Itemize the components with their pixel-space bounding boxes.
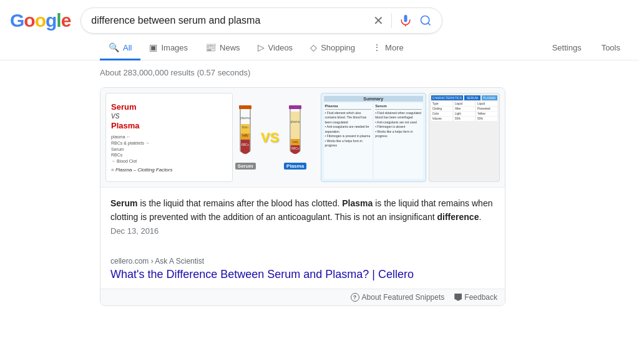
feedback-icon: [454, 294, 462, 301]
feedback-item[interactable]: Feedback: [454, 293, 497, 302]
serum-bold: Serum: [110, 198, 138, 208]
plasma-tube-label: Plasma: [284, 163, 306, 170]
serum-tube: plasma fibrin buffy RBCs Serum: [235, 105, 256, 170]
search-bar: difference between serum and plasma ✕: [80, 7, 442, 34]
svg-text:fibrin: fibrin: [242, 126, 248, 129]
comparison-diagram: CHARACTERISTICS SERUM PLASMA Type Liquid…: [429, 93, 500, 182]
search-nav: 🔍 All ▣ Images 📰 News ▷ Videos ◇ Shoppin…: [0, 36, 639, 60]
svg-rect-13: [291, 112, 300, 139]
svg-text:buffy: buffy: [293, 140, 298, 143]
snippet-source: cellero.com › Ask A Scientist: [100, 252, 505, 268]
snippet-images: Serum VS Plasma plasma ← RBCs & platelet…: [100, 88, 505, 188]
about-snippets-item[interactable]: ? About Featured Snippets: [351, 293, 445, 302]
clear-button[interactable]: ✕: [373, 13, 384, 28]
svg-text:plasma: plasma: [240, 116, 250, 120]
featured-snippet-card: Serum VS Plasma plasma ← RBCs & platelet…: [100, 87, 505, 306]
svg-line-1: [428, 23, 431, 26]
question-icon: ?: [351, 293, 359, 302]
nav-item-all[interactable]: 🔍 All: [100, 36, 140, 60]
snippet-link: What's the Difference Between Serum and …: [100, 268, 505, 289]
snippet-footer: ? About Featured Snippets Feedback: [100, 289, 505, 305]
svg-text:buffy: buffy: [242, 134, 248, 137]
google-logo[interactable]: Google: [10, 10, 71, 31]
news-icon: 📰: [205, 42, 216, 52]
snippet-link-anchor[interactable]: What's the Difference Between Serum and …: [110, 268, 414, 280]
test-tubes-diagram: plasma fibrin buffy RBCs Serum VS: [235, 93, 318, 182]
subtitle: = Plasma – Clotting Factors: [111, 167, 172, 173]
more-icon: ⋮: [373, 42, 381, 52]
snippet-body: Serum is the liquid that remains after t…: [100, 188, 505, 252]
plasma-label: Plasma: [111, 121, 140, 130]
summary-diagram: Summary Plasma • Fluid element which als…: [321, 93, 426, 182]
difference-bold: difference: [437, 212, 479, 222]
serum-tube-label: Serum: [235, 163, 256, 170]
search-submit-button[interactable]: [419, 14, 432, 27]
divider: [391, 13, 392, 28]
serum-label: Serum: [111, 102, 136, 112]
plasma-tube: plasma buffy RBCs Plasma: [284, 105, 306, 170]
svg-rect-3: [239, 105, 251, 109]
diagram-labels: plasma ← RBCs & platelets → Serum RBCs →…: [111, 134, 150, 165]
search-icons: ✕: [373, 13, 432, 28]
nav-item-shopping[interactable]: ◇ Shopping: [301, 36, 364, 60]
svg-text:RBCs: RBCs: [241, 143, 250, 146]
summary-cols: Plasma • Fluid element which also contai…: [324, 103, 423, 179]
images-icon: ▣: [149, 42, 157, 52]
plasma-bold: Plasma: [342, 198, 373, 208]
search-input[interactable]: difference between serum and plasma: [91, 15, 368, 26]
vs-label: VS: [261, 130, 279, 146]
nav-right: Settings Tools: [544, 37, 629, 60]
svg-rect-12: [289, 105, 301, 109]
nav-item-more[interactable]: ⋮ More: [364, 36, 412, 60]
nav-item-images[interactable]: ▣ Images: [140, 36, 197, 60]
nav-item-videos[interactable]: ▷ Videos: [249, 36, 302, 60]
videos-icon: ▷: [258, 42, 265, 52]
nav-item-news[interactable]: 📰 News: [197, 36, 249, 60]
svg-text:plasma: plasma: [291, 120, 300, 123]
snippet-text: Serum is the liquid that remains after t…: [110, 196, 495, 238]
header: Google difference between serum and plas…: [0, 0, 639, 34]
serum-col: Serum • Fluid obtained when coagulated b…: [374, 103, 423, 179]
svg-text:RBCs: RBCs: [291, 147, 300, 150]
results-area: About 283,000,000 results (0.57 seconds)…: [0, 60, 639, 314]
svg-point-0: [421, 16, 429, 24]
summary-title: Summary: [324, 96, 423, 102]
diagram-serum-plasma: Serum VS Plasma plasma ← RBCs & platelet…: [105, 93, 233, 182]
all-icon: 🔍: [109, 42, 119, 52]
snippet-date: Dec 13, 2016: [110, 226, 159, 236]
nav-tools[interactable]: Tools: [593, 37, 629, 60]
plasma-col: Plasma • Fluid element which also contai…: [324, 103, 373, 179]
results-count: About 283,000,000 results (0.57 seconds): [100, 68, 629, 77]
voice-search-button[interactable]: [399, 14, 412, 27]
vs-small: VS: [111, 113, 119, 120]
nav-settings[interactable]: Settings: [544, 37, 590, 60]
shopping-icon: ◇: [310, 42, 317, 52]
